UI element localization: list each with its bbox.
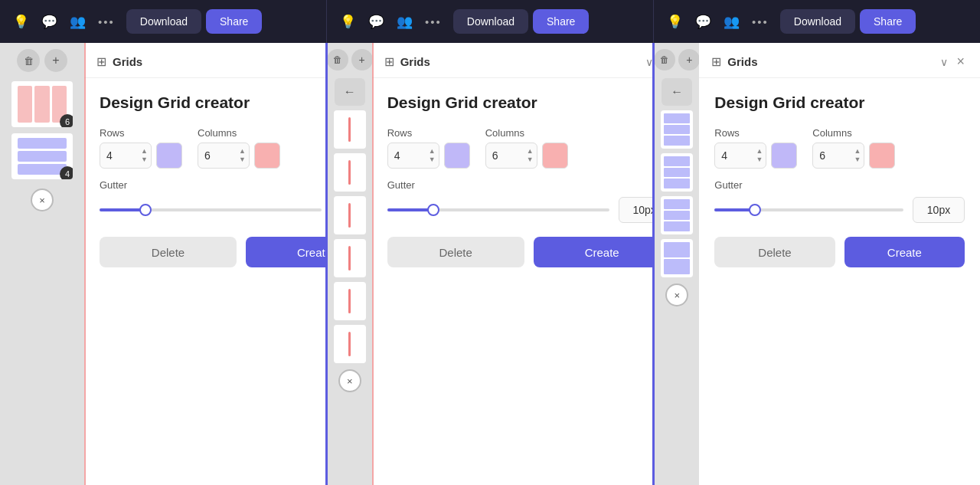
gutter-input-2[interactable] [619,197,655,223]
vthumb-2c[interactable] [334,196,366,234]
badge-2: 4 [60,166,73,179]
create-button-2[interactable]: Create [534,237,655,267]
grids-panel-3: ⊞ Grids ∨ × Design Grid creator Rows [699,43,980,485]
gutter-section-1: Gutter [100,179,328,223]
grids-main-title-2: Design Grid creator [387,93,655,112]
close-sidebar-2[interactable]: × [338,369,361,392]
gutter-section-3: Gutter [714,179,965,223]
add-btn-2[interactable]: + [351,49,373,70]
columns-down-2[interactable]: ▼ [526,156,534,164]
vthumb-3a[interactable] [661,110,693,149]
vthumb-2a[interactable] [334,110,366,149]
columns-down-1[interactable]: ▼ [238,156,247,164]
back-btn-2[interactable]: ← [335,78,365,106]
rows-up-2[interactable]: ▲ [428,147,436,156]
grids-panel-title-1: Grids [113,55,328,68]
columns-label-2: Columns [485,127,568,139]
group-icon-1[interactable]: 👥 [66,10,90,34]
col-color-swatch-2[interactable] [542,143,568,169]
trash-btn-3[interactable]: 🗑 [655,49,675,70]
gutter-label-2: Gutter [387,179,655,191]
thumbnail-1a[interactable]: 6 [11,81,73,127]
gutter-input-3[interactable] [913,197,965,223]
rows-label-3: Rows [714,127,797,139]
close-sidebar-1[interactable]: × [31,188,54,211]
grids-panel-2: ⊞ Grids ∨ × Design Grid creator Rows [372,43,655,485]
grids-panel-1: ⊞ Grids ∨ × Design Grid creator Rows [84,43,328,485]
download-button-3[interactable]: Download [780,9,855,34]
grids-main-title-3: Design Grid creator [714,93,965,112]
thumbnail-1b[interactable]: 4 [11,133,73,179]
rows-down-2[interactable]: ▼ [428,156,436,164]
columns-down-3[interactable]: ▼ [853,156,861,164]
delete-button-2[interactable]: Delete [387,237,524,267]
col1-sidebar: 🗑 + 6 [0,43,84,485]
grids-main-title-1: Design Grid creator [100,93,328,112]
chat-icon-3[interactable]: 💬 [691,10,715,34]
rows-up-3[interactable]: ▲ [755,147,763,156]
chevron-down-icon-3[interactable]: ∨ [940,56,948,68]
more-icon-3[interactable]: ••• [748,11,773,32]
share-button-1[interactable]: Share [206,9,262,34]
col3-vthumbs: 🗑 + ← [655,43,699,485]
columns-label-3: Columns [812,127,895,139]
download-button-1[interactable]: Download [126,9,201,34]
col2-vthumbs: 🗑 + ← [328,43,372,485]
close-panel-icon-3[interactable]: × [954,54,969,70]
col-color-swatch-1[interactable] [254,143,280,169]
grids-icon-3: ⊞ [711,54,721,69]
col-color-swatch-3[interactable] [869,143,895,169]
back-btn-3[interactable]: ← [662,78,692,106]
delete-button-3[interactable]: Delete [714,237,835,267]
close-sidebar-3[interactable]: × [665,283,688,306]
group-icon-3[interactable]: 👥 [720,10,743,34]
badge-1: 6 [60,114,73,127]
add-btn-3[interactable]: + [678,49,700,70]
lightbulb-icon-2[interactable]: 💡 [336,10,360,34]
trash-btn-1[interactable]: 🗑 [17,49,40,72]
create-button-3[interactable]: Create [844,237,965,267]
rows-label-1: Rows [100,127,182,139]
grids-panel-title-3: Grids [727,55,933,68]
vthumb-2f[interactable] [334,325,366,363]
chat-icon-1[interactable]: 💬 [38,10,61,34]
share-button-3[interactable]: Share [860,9,916,34]
download-button-2[interactable]: Download [453,9,528,34]
vthumb-3c[interactable] [661,196,693,234]
add-btn-1[interactable]: + [44,49,67,72]
lightbulb-icon-1[interactable]: 💡 [9,10,33,34]
columns-up-1[interactable]: ▲ [238,147,247,156]
trash-btn-2[interactable]: 🗑 [328,49,348,70]
rows-group-3: Rows ▲ ▼ [714,127,797,169]
grids-panel-title-2: Grids [400,55,639,68]
vthumb-2e[interactable] [334,282,366,320]
chevron-down-icon-2[interactable]: ∨ [645,56,653,68]
rows-up-1[interactable]: ▲ [140,147,149,156]
group-icon-2[interactable]: 👥 [393,10,416,34]
vthumb-2b[interactable] [334,153,366,192]
columns-up-3[interactable]: ▲ [853,147,861,156]
more-icon-2[interactable]: ••• [421,11,446,32]
gutter-label-3: Gutter [714,179,965,191]
vthumb-2d[interactable] [334,239,366,277]
row-color-swatch-1[interactable] [156,143,182,169]
columns-group-3: Columns ▲ ▼ [812,127,895,169]
rows-down-1[interactable]: ▼ [140,156,149,164]
vthumb-3d[interactable] [661,239,693,277]
grids-icon-2: ⊞ [384,54,394,69]
rows-group-2: Rows ▲ ▼ [387,127,470,169]
create-button-1[interactable]: Create [246,237,328,267]
columns-group-2: Columns ▲ ▼ [485,127,568,169]
delete-button-1[interactable]: Delete [100,237,237,267]
share-button-2[interactable]: Share [533,9,589,34]
lightbulb-icon-3[interactable]: 💡 [663,10,687,34]
rows-group-1: Rows ▲ ▼ [100,127,182,169]
row-color-swatch-2[interactable] [444,143,470,169]
vthumb-3b[interactable] [661,153,693,192]
more-icon-1[interactable]: ••• [94,11,119,32]
gutter-label-1: Gutter [100,179,328,191]
rows-down-3[interactable]: ▼ [755,156,763,164]
row-color-swatch-3[interactable] [771,143,797,169]
columns-up-2[interactable]: ▲ [526,147,534,156]
chat-icon-2[interactable]: 💬 [364,10,388,34]
